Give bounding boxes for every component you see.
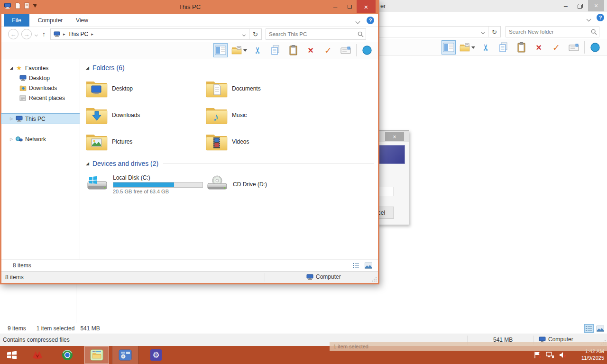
- folder-name[interactable]: Pictures: [112, 138, 132, 145]
- cut-button[interactable]: ✂: [479, 40, 493, 55]
- expanded-marker-icon[interactable]: ◢: [8, 66, 15, 70]
- expanded-marker-icon[interactable]: ◢: [86, 161, 89, 166]
- group-header-folders[interactable]: ◢ Folders (6): [86, 63, 374, 73]
- address-bar[interactable]: ▸ This PC ▸: [50, 28, 249, 40]
- copy-button[interactable]: [497, 40, 511, 55]
- refresh-button[interactable]: ↻: [488, 26, 501, 37]
- breadcrumb[interactable]: This PC: [68, 31, 89, 37]
- search-box[interactable]: [506, 26, 599, 37]
- paste-button[interactable]: [514, 40, 528, 55]
- folder-name[interactable]: Downloads: [112, 112, 140, 118]
- folder-tile-desktop[interactable]: Desktop: [86, 75, 206, 102]
- folder-name[interactable]: Videos: [232, 138, 249, 145]
- new-folder-dropdown-icon[interactable]: [243, 49, 247, 52]
- cut-button[interactable]: ✂: [251, 43, 265, 57]
- rename-button[interactable]: [339, 43, 353, 57]
- titlebar[interactable]: This PC – ×: [0, 0, 379, 14]
- search-input[interactable]: [509, 29, 591, 35]
- breadcrumb-separator[interactable]: ▸: [91, 32, 93, 36]
- folder-tile-videos[interactable]: Videos: [206, 128, 326, 155]
- up-button[interactable]: ↑: [42, 30, 46, 38]
- back-button[interactable]: ←: [8, 29, 18, 39]
- expanded-marker-icon[interactable]: ◢: [86, 65, 89, 70]
- taskbar-settings[interactable]: ⚙: [144, 346, 168, 364]
- delete-button[interactable]: ×: [304, 43, 318, 57]
- minimize-button[interactable]: –: [328, 0, 342, 13]
- new-folder-button[interactable]: [459, 40, 476, 55]
- sidebar-item-label[interactable]: This PC: [25, 116, 46, 122]
- sidebar-item-network[interactable]: ▷ Network: [1, 134, 80, 144]
- drive-tile-c[interactable]: Local Disk (C:) 20.5 GB free of 63.4 GB: [86, 171, 206, 198]
- refresh-button[interactable]: ↻: [249, 28, 262, 40]
- dialog-close-button[interactable]: ×: [385, 132, 404, 141]
- details-view-button[interactable]: [351, 261, 361, 270]
- volume-muted-icon[interactable]: x: [559, 351, 567, 359]
- drive-name[interactable]: Local Disk (C:): [113, 174, 203, 181]
- restore-button[interactable]: [573, 0, 587, 11]
- folder-tile-documents[interactable]: Documents: [206, 75, 326, 102]
- sidebar-item-label[interactable]: Network: [25, 136, 46, 143]
- tab-view[interactable]: View: [72, 14, 92, 27]
- address-dropdown-icon[interactable]: [482, 28, 484, 35]
- ribbon-collapse-icon[interactable]: [587, 16, 590, 22]
- paste-button[interactable]: [286, 43, 300, 57]
- new-folder-button[interactable]: [231, 43, 248, 57]
- drive-name[interactable]: CD Drive (D:): [233, 181, 267, 188]
- network-status-icon[interactable]: [546, 351, 554, 359]
- sidebar-item-label[interactable]: Favorites: [25, 65, 48, 72]
- sidebar-item-desktop[interactable]: Desktop: [1, 73, 80, 83]
- ribbon-collapse-icon[interactable]: [356, 18, 359, 25]
- collapsed-marker-icon[interactable]: ▷: [8, 137, 15, 141]
- preview-pane-button[interactable]: [441, 40, 456, 55]
- forward-button[interactable]: →: [21, 29, 32, 39]
- thumbnail-view-button[interactable]: [364, 261, 373, 270]
- new-folder-dropdown-icon[interactable]: [471, 46, 475, 49]
- copy-button[interactable]: [268, 43, 283, 57]
- help-icon[interactable]: ?: [597, 14, 604, 21]
- details-view-button[interactable]: [584, 324, 594, 333]
- taskbar-file-explorer[interactable]: [84, 346, 109, 364]
- thumbnail-view-button[interactable]: [596, 324, 605, 333]
- rename-button[interactable]: [567, 40, 581, 55]
- sidebar-item-label[interactable]: Recent places: [29, 95, 65, 101]
- drive-tile-d[interactable]: CD Drive (D:): [206, 171, 326, 198]
- sidebar-item-favorites[interactable]: ◢ ★ Favorites: [1, 63, 80, 73]
- resize-grip[interactable]: [372, 277, 377, 282]
- folder-name[interactable]: Desktop: [112, 85, 133, 92]
- address-dropdown-icon[interactable]: [243, 31, 245, 37]
- group-title[interactable]: Folders (6): [92, 64, 125, 72]
- confirm-button[interactable]: ✓: [549, 40, 563, 55]
- sidebar-item-label[interactable]: Desktop: [29, 75, 50, 82]
- folder-tile-downloads[interactable]: Downloads: [86, 102, 206, 128]
- maximize-button[interactable]: [342, 0, 357, 13]
- recent-pages-dropdown-icon[interactable]: [35, 31, 37, 37]
- search-input[interactable]: [269, 31, 358, 37]
- folder-name[interactable]: Documents: [232, 85, 261, 92]
- sidebar-item-this-pc[interactable]: ▷ This PC: [1, 114, 80, 124]
- group-header-devices[interactable]: ◢ Devices and drives (2): [86, 159, 374, 168]
- taskbar-media-app[interactable]: [112, 346, 138, 364]
- sidebar-item-recent-places[interactable]: Recent places: [1, 93, 80, 103]
- confirm-button[interactable]: ✓: [321, 43, 335, 57]
- delete-button[interactable]: ×: [532, 40, 546, 55]
- preview-pane-button[interactable]: [213, 43, 228, 57]
- group-title[interactable]: Devices and drives (2): [92, 160, 158, 167]
- close-button[interactable]: ×: [357, 0, 376, 13]
- tab-file[interactable]: File: [4, 14, 29, 27]
- sidebar-item-downloads[interactable]: Downloads: [1, 83, 80, 93]
- collapsed-marker-icon[interactable]: ▷: [8, 117, 15, 121]
- sidebar-item-label[interactable]: Downloads: [29, 85, 57, 91]
- share-button[interactable]: [588, 40, 602, 55]
- folder-tile-music[interactable]: ♪ Music: [206, 102, 326, 128]
- taskbar-app-red[interactable]: [27, 346, 48, 364]
- tab-computer[interactable]: Computer: [35, 14, 66, 27]
- close-button[interactable]: ×: [588, 0, 604, 11]
- start-button[interactable]: [0, 346, 24, 364]
- folder-name[interactable]: Music: [232, 112, 247, 118]
- share-button[interactable]: [360, 43, 374, 57]
- taskbar-browser[interactable]: [54, 346, 81, 364]
- folder-tile-pictures[interactable]: Pictures: [86, 128, 206, 155]
- help-icon[interactable]: ?: [367, 17, 374, 24]
- minimize-button[interactable]: –: [559, 0, 573, 11]
- search-box[interactable]: [266, 28, 366, 40]
